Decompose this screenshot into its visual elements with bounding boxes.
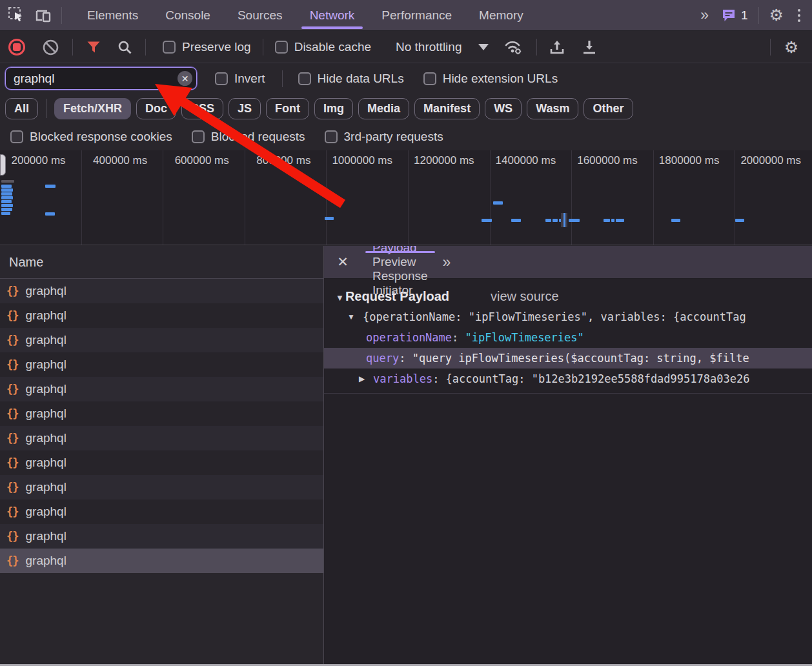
tab-memory[interactable]: Memory xyxy=(465,0,537,30)
chip-img[interactable]: Img xyxy=(314,98,353,119)
checkbox[interactable] xyxy=(325,130,338,143)
checkbox[interactable] xyxy=(163,41,176,54)
json-braces-icon: {} xyxy=(6,407,18,420)
request-row[interactable]: {}graphql xyxy=(0,328,323,352)
checkbox[interactable] xyxy=(192,130,205,143)
issues-badge[interactable]: 1 xyxy=(721,8,748,23)
invert-label: Invert xyxy=(234,72,265,86)
detail-tab-preview[interactable]: Preview xyxy=(361,255,439,269)
checkbox-3rd-party-requests[interactable]: 3rd-party requests xyxy=(325,130,463,144)
chip-wasm[interactable]: Wasm xyxy=(527,98,578,119)
checkbox-blocked-response-cookies[interactable]: Blocked response cookies xyxy=(10,130,192,144)
request-name: graphql xyxy=(25,554,66,568)
request-row[interactable]: {}graphql xyxy=(0,279,323,303)
request-row[interactable]: {}graphql xyxy=(0,426,323,450)
checkbox-blocked-requests[interactable]: Blocked requests xyxy=(192,130,325,144)
detail-tab-response[interactable]: Response xyxy=(361,269,439,283)
payload-line[interactable]: ▼{operationName: "ipFlowTimeseries", var… xyxy=(324,307,812,327)
json-braces-icon: {} xyxy=(6,358,18,371)
clear-filter-icon[interactable]: ✕ xyxy=(178,71,192,86)
hide-data-urls-checkbox[interactable]: Hide data URLs xyxy=(283,72,416,86)
tab-elements[interactable]: Elements xyxy=(74,0,152,30)
filter-input[interactable] xyxy=(14,72,162,86)
kebab-menu-icon[interactable] xyxy=(794,9,804,22)
payload-text: : {accountTag: "b12e3b2192ee5588fdad9951… xyxy=(432,372,749,385)
payload-line[interactable]: operationName: "ipFlowTimeseries" xyxy=(324,327,812,348)
network-conditions-icon[interactable] xyxy=(495,39,533,56)
inspect-element-icon[interactable] xyxy=(8,6,25,24)
name-column-header[interactable]: Name xyxy=(0,246,323,279)
clear-network-log-button[interactable] xyxy=(34,39,67,56)
payload-line-text: query: "query ipFlowTimeseries($accountT… xyxy=(324,352,749,365)
request-row[interactable]: {}graphql xyxy=(0,303,323,328)
tab-console[interactable]: Console xyxy=(152,0,224,30)
timeline-tick-label: 1600000 ms xyxy=(577,150,653,245)
checkbox[interactable] xyxy=(10,130,23,143)
timeline-scroll-handle[interactable] xyxy=(0,154,6,176)
chip-doc[interactable]: Doc xyxy=(136,98,176,119)
timeline-column: 2000000 ms xyxy=(735,150,812,245)
detail-tab-payload[interactable]: Payload xyxy=(361,246,439,255)
chip-manifest[interactable]: Manifest xyxy=(414,98,480,119)
chip-all[interactable]: All xyxy=(5,98,38,119)
chip-font[interactable]: Font xyxy=(266,98,309,119)
tab-sources[interactable]: Sources xyxy=(224,0,296,30)
tab-performance[interactable]: Performance xyxy=(368,0,465,30)
export-har-icon[interactable] xyxy=(573,39,605,56)
more-tabs-icon[interactable]: » xyxy=(700,6,711,24)
chip-css[interactable]: CSS xyxy=(181,98,223,119)
collapse-payload-icon[interactable]: ▼ xyxy=(336,293,344,303)
search-icon[interactable] xyxy=(109,39,140,56)
detail-tab-initiator[interactable]: Initiator xyxy=(361,283,439,298)
request-row[interactable]: {}graphql xyxy=(0,401,323,426)
filter-icon[interactable] xyxy=(78,39,109,55)
payload-text: : xyxy=(452,331,465,344)
more-detail-tabs-icon[interactable]: » xyxy=(443,254,453,271)
timeline-request-bar xyxy=(45,185,56,188)
settings-gear-icon[interactable]: ⚙ xyxy=(769,7,784,23)
request-row[interactable]: {}graphql xyxy=(0,500,323,524)
checkbox[interactable] xyxy=(275,41,288,54)
payload-text: {operationName: "ipFlowTimeseries", vari… xyxy=(363,310,746,323)
import-har-icon[interactable] xyxy=(541,39,573,56)
requests-panel: Name {}graphql{}graphql{}graphql{}graphq… xyxy=(0,246,324,666)
network-settings-gear-icon[interactable]: ⚙ xyxy=(771,39,812,56)
timeline-request-bar xyxy=(569,219,580,222)
json-braces-icon: {} xyxy=(6,456,18,469)
chip-fetchxhr[interactable]: Fetch/XHR xyxy=(54,98,131,119)
invert-checkbox[interactable]: Invert xyxy=(197,72,277,86)
request-row[interactable]: {}graphql xyxy=(0,450,323,475)
request-row[interactable]: {}graphql xyxy=(0,549,323,573)
network-overview-timeline[interactable]: 200000 ms400000 ms600000 ms800000 ms1000… xyxy=(0,150,812,245)
timeline-request-bar xyxy=(604,219,610,222)
payload-line[interactable]: query: "query ipFlowTimeseries($accountT… xyxy=(324,348,812,368)
request-row[interactable]: {}graphql xyxy=(0,352,323,377)
timeline-request-bar xyxy=(1,185,12,188)
request-row[interactable]: {}graphql xyxy=(0,475,323,500)
tab-network[interactable]: Network xyxy=(296,0,369,30)
disable-cache-checkbox[interactable]: Disable cache xyxy=(263,40,383,54)
chip-ws[interactable]: WS xyxy=(485,98,522,119)
preserve-log-checkbox[interactable]: Preserve log xyxy=(151,40,263,54)
json-braces-icon: {} xyxy=(6,554,18,567)
divider xyxy=(72,39,73,56)
payload-line[interactable]: ▶variables: {accountTag: "b12e3b2192ee55… xyxy=(324,368,812,389)
chip-other[interactable]: Other xyxy=(584,98,633,119)
device-toolbar-icon[interactable] xyxy=(34,7,52,24)
hide-extension-urls-checkbox[interactable]: Hide extension URLs xyxy=(416,72,569,86)
payload-line-text: operationName: "ipFlowTimeseries" xyxy=(324,331,584,344)
record-network-log-button[interactable] xyxy=(0,39,34,56)
close-detail-icon[interactable]: ✕ xyxy=(324,254,361,270)
request-row[interactable]: {}graphql xyxy=(0,524,323,549)
network-filter-row: ✕ Invert Hide data URLs Hide extension U… xyxy=(0,63,812,94)
throttling-dropdown[interactable]: No throttling xyxy=(383,40,495,54)
hide-data-urls-label: Hide data URLs xyxy=(318,72,404,86)
chip-media[interactable]: Media xyxy=(358,98,409,119)
tree-expander-icon[interactable]: ▶ xyxy=(359,374,365,383)
timeline-request-bar xyxy=(553,219,558,222)
chip-js[interactable]: JS xyxy=(228,98,261,119)
request-row[interactable]: {}graphql xyxy=(0,377,323,401)
tree-expander-icon[interactable]: ▼ xyxy=(347,312,355,321)
request-type-filters: AllFetch/XHRDocCSSJSFontImgMediaManifest… xyxy=(0,94,812,123)
view-source-link[interactable]: view source xyxy=(491,289,559,304)
